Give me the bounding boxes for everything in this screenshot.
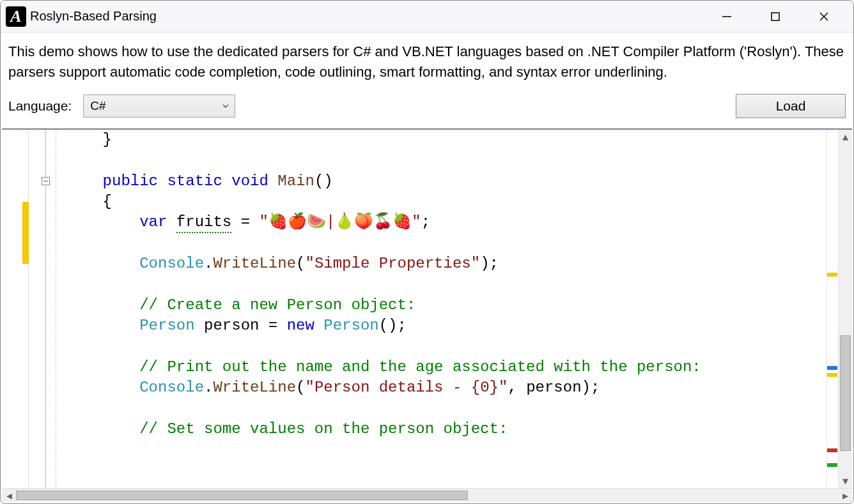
fold-toggle[interactable] [42,177,50,185]
code-line[interactable]: // Set some values on the person object: [66,419,827,439]
code-line[interactable]: var fruits = "🍓🍎🍉|🍐🍑🍒🍓"; [66,212,827,233]
scroll-right-icon[interactable]: ▸ [838,489,852,502]
code-line[interactable]: Console.WriteLine("Simple Properties"); [66,254,827,274]
scroll-left-icon[interactable]: ◂ [2,489,16,502]
code-line[interactable]: // Create a new Person object: [66,295,827,316]
scroll-up-icon[interactable]: ▴ [839,130,852,144]
code-area[interactable]: } public static void Main() { var fruits… [61,130,827,488]
vertical-scrollbar[interactable]: ▴ ▾ [838,130,852,488]
ruler-mark[interactable] [827,463,837,467]
svg-rect-1 [772,13,779,20]
code-line[interactable] [66,233,827,254]
scroll-down-icon[interactable]: ▾ [839,474,852,488]
titlebar: A Roslyn-Based Parsing [1,1,853,33]
code-line[interactable]: public static void Main() [66,171,827,192]
description-text: This demo shows how to use the dedicated… [1,33,853,88]
editor-gutter [2,130,61,488]
window-controls [713,5,848,28]
ruler-mark[interactable] [827,373,837,377]
minimize-button[interactable] [713,5,741,28]
ruler-mark[interactable] [827,366,837,370]
app-icon: A [6,6,26,27]
language-label: Language: [8,98,72,114]
hscroll-thumb[interactable] [16,491,468,500]
chevron-down-icon [222,99,229,113]
code-line[interactable]: // Print out the name and the age associ… [66,357,827,378]
toolbar: Language: C# Load [1,88,853,128]
load-button[interactable]: Load [736,94,846,118]
code-line[interactable] [66,150,827,171]
indent-guide [56,130,61,488]
editor: } public static void Main() { var fruits… [2,128,852,502]
code-line[interactable] [66,399,827,419]
vscroll-thumb[interactable] [840,335,851,451]
code-line[interactable]: } [66,130,827,150]
fold-column [29,130,56,488]
vscroll-track[interactable] [839,144,852,474]
close-button[interactable] [810,5,838,28]
code-line[interactable]: Console.WriteLine("Person details - {0}"… [66,378,827,398]
overview-ruler[interactable] [827,130,838,488]
modification-column [2,130,29,488]
language-combobox[interactable]: C# [83,95,235,118]
hscroll-track[interactable] [16,489,838,502]
modified-line-marker [22,202,29,264]
ruler-mark[interactable] [827,448,837,452]
language-selected-value: C# [90,99,105,113]
code-line[interactable]: { [66,192,827,212]
code-line[interactable]: Person person = new Person(); [66,316,827,336]
ruler-mark[interactable] [827,273,837,277]
maximize-button[interactable] [761,5,789,28]
horizontal-scrollbar[interactable]: ◂ ▸ [2,488,852,502]
code-line[interactable] [66,337,827,357]
window-title: Roslyn-Based Parsing [30,9,157,24]
code-line[interactable] [66,275,827,295]
